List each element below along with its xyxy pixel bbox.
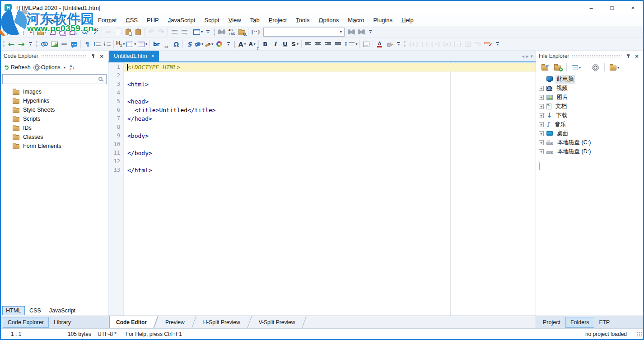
paste-button[interactable] xyxy=(123,27,133,37)
tree-item-下载[interactable]: +↓下载 xyxy=(536,111,643,120)
dock-tab-code-explorer[interactable]: Code Explorer xyxy=(3,317,49,328)
insert-form-button[interactable]: ▾ xyxy=(137,39,148,49)
scroll-tabs-left-icon[interactable]: ◂ xyxy=(522,53,524,59)
menu-script[interactable]: Script xyxy=(200,15,224,25)
gear-icon[interactable] xyxy=(35,66,39,70)
search-term-input[interactable] xyxy=(264,28,338,36)
toolbar-overflow-button[interactable]: ▾ xyxy=(27,39,34,49)
insert-tag-button[interactable]: ▾ xyxy=(194,39,204,49)
regex-search-button[interactable]: {··} xyxy=(250,27,261,37)
css-edit-style-button[interactable]: { } xyxy=(420,39,429,49)
align-justify-button[interactable] xyxy=(333,39,343,49)
expand-icon[interactable]: + xyxy=(539,122,544,127)
line-spacing-button[interactable]: ↕▾ xyxy=(343,39,358,49)
font-size-button[interactable]: A↕▾ xyxy=(247,39,257,49)
file-list-pane[interactable] xyxy=(536,159,643,316)
folder-up-button[interactable]: ↶ xyxy=(540,62,550,72)
toolbar-overflow-button[interactable]: ▾ xyxy=(225,39,232,49)
menu-search[interactable]: Search xyxy=(42,15,70,25)
save-to-server-button[interactable]: ↑ xyxy=(67,27,77,37)
tree-item-文档[interactable]: +文档 xyxy=(536,102,643,111)
css-validator-button[interactable]: CSS✓ xyxy=(483,39,493,49)
bullet-list-button[interactable] xyxy=(92,39,102,49)
underline-button[interactable]: U xyxy=(280,39,290,49)
toolbar-overflow-button[interactable]: ▾ xyxy=(494,39,501,49)
insert-link-button[interactable] xyxy=(39,39,49,49)
insert-comment-button[interactable] xyxy=(69,39,79,49)
document-tab[interactable]: Untitled1.htm × xyxy=(109,51,159,61)
tab-javascript[interactable]: JavaScript xyxy=(46,306,79,315)
expand-icon[interactable]: + xyxy=(539,95,544,100)
view-tab-h-split-preview[interactable]: H-Split Preview xyxy=(197,316,247,328)
favorites-button[interactable]: ▾ xyxy=(609,62,620,72)
navigate-back-button[interactable]: ← xyxy=(6,39,16,49)
close-tab-icon[interactable]: × xyxy=(151,53,154,59)
expand-icon[interactable]: + xyxy=(539,140,544,145)
expand-icon[interactable]: + xyxy=(539,86,544,91)
view-mode-button[interactable]: ▾ xyxy=(571,62,582,72)
view-tab-code-editor[interactable]: Code Editor xyxy=(109,316,153,328)
css-new-style-button[interactable]: {+} xyxy=(407,39,420,49)
expand-icon[interactable]: + xyxy=(539,104,544,109)
menu-tools[interactable]: Tools xyxy=(291,15,314,25)
new-document-button[interactable]: ✱▾ xyxy=(6,27,16,37)
indent-button[interactable]: → xyxy=(169,27,179,37)
insert-image-button[interactable] xyxy=(49,39,59,49)
cut-button[interactable]: ✂ xyxy=(103,27,113,37)
save-all-button[interactable] xyxy=(57,27,67,37)
font-color-button[interactable]: A xyxy=(374,39,384,49)
menu-file[interactable]: File xyxy=(5,15,23,25)
tree-item-form-elements[interactable]: Form Elements xyxy=(1,142,108,151)
align-center-button[interactable] xyxy=(313,39,323,49)
expand-icon[interactable]: + xyxy=(539,113,544,118)
undo-button[interactable]: ↶ xyxy=(146,27,156,37)
dock-tab-library[interactable]: Library xyxy=(49,317,76,328)
refresh-icon[interactable] xyxy=(5,66,9,70)
frame-editor-button[interactable] xyxy=(453,39,462,49)
dock-tab-folders[interactable]: Folders xyxy=(565,317,594,328)
tab-list-icon[interactable]: ▾ xyxy=(530,53,533,59)
insert-script-button[interactable]: S xyxy=(184,39,194,49)
div-editor-button[interactable] xyxy=(462,39,472,49)
menu-view[interactable]: View xyxy=(224,15,246,25)
menu-php[interactable]: PHP xyxy=(142,15,163,25)
css-goto-style-button[interactable]: {→} xyxy=(429,39,442,49)
format-painter-button[interactable]: ▾ xyxy=(204,39,214,49)
window-maximize-button[interactable]: □ xyxy=(602,1,622,14)
tree-item-图片[interactable]: +图片 xyxy=(536,93,643,102)
font-family-button[interactable]: A▾ xyxy=(237,39,247,49)
menu-project[interactable]: Project xyxy=(264,15,291,25)
view-tab-preview[interactable]: Preview xyxy=(159,316,191,328)
spell-check-button[interactable]: ABC✓ xyxy=(90,27,100,37)
color-picker-button[interactable] xyxy=(214,39,224,49)
find-previous-button[interactable]: ← xyxy=(346,27,356,37)
align-left-button[interactable] xyxy=(303,39,313,49)
menu-format[interactable]: Format xyxy=(93,15,121,25)
options-dropdown-icon[interactable]: ▾ xyxy=(64,66,65,70)
menu-css[interactable]: CSS xyxy=(121,15,142,25)
tree-item-classes[interactable]: Classes xyxy=(1,132,108,142)
tree-item-style-sheets[interactable]: Style Sheets xyxy=(1,105,108,114)
sort-az-icon[interactable]: AZ↓ xyxy=(70,64,75,71)
toolbar-overflow-button[interactable]: ▾ xyxy=(367,27,374,37)
scroll-tabs-right-icon[interactable]: ▸ xyxy=(526,53,529,59)
tree-item-hyperlinks[interactable]: Hyperlinks xyxy=(1,96,108,105)
toolbar-overflow-button[interactable]: ▾ xyxy=(395,39,402,49)
open-from-web-button[interactable]: ‹› xyxy=(16,27,26,37)
outdent-button[interactable]: ← xyxy=(179,27,189,37)
search-button[interactable]: ▾ xyxy=(80,27,90,37)
explorer-settings-button[interactable] xyxy=(590,62,600,72)
window-close-button[interactable]: × xyxy=(622,1,643,14)
tree-item-本地磁盘-d[interactable]: +本地磁盘 (D:) xyxy=(536,147,643,156)
numbered-list-button[interactable]: 123 xyxy=(102,39,112,49)
view-tab-v-split-preview[interactable]: V-Split Preview xyxy=(252,316,302,328)
expand-icon[interactable]: + xyxy=(539,131,544,136)
toolbar-overflow-button[interactable]: ▾ xyxy=(205,27,211,37)
css-validate-button[interactable]: CSS✓ xyxy=(472,39,483,49)
bold-button[interactable]: B xyxy=(260,39,270,49)
menu-edit[interactable]: Edit xyxy=(23,15,42,25)
close-panel-icon[interactable]: × xyxy=(633,52,640,60)
insert-table-button[interactable]: ▾ xyxy=(126,39,137,49)
align-right-button[interactable] xyxy=(323,39,333,49)
refresh-button[interactable]: Refresh xyxy=(11,64,31,71)
